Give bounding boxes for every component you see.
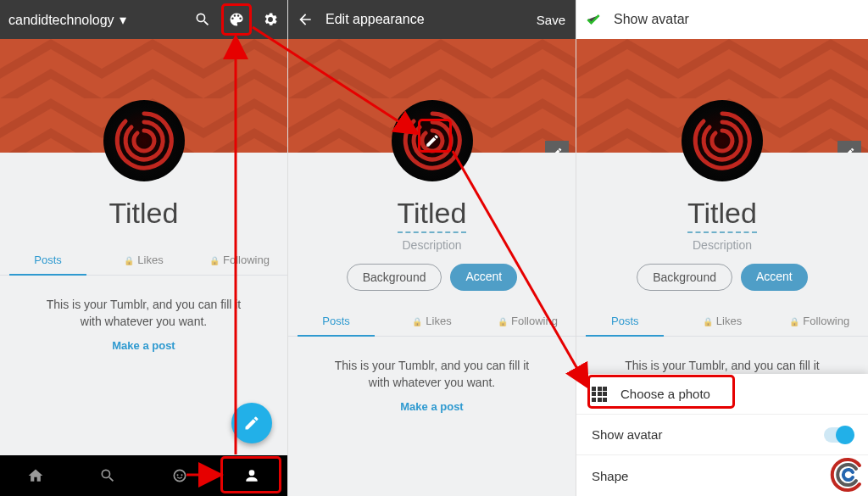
toggle-switch[interactable]	[824, 427, 853, 443]
blog-body: Titled Description Background Accent Pos…	[288, 153, 576, 496]
color-pills: Background Accent	[288, 264, 576, 291]
bottom-nav	[0, 455, 287, 496]
search-icon[interactable]	[186, 0, 220, 39]
nav-home-icon[interactable]	[0, 455, 72, 496]
background-pill[interactable]: Background	[347, 264, 442, 291]
confirm-icon[interactable]	[576, 0, 610, 39]
lock-icon: 🔒	[789, 317, 799, 326]
edit-header-icon[interactable]	[837, 141, 861, 153]
tab-likes[interactable]: 🔒Likes	[384, 306, 480, 336]
avatar[interactable]	[392, 100, 473, 181]
avatar[interactable]	[103, 100, 185, 181]
blog-title-editable[interactable]: Titled	[687, 197, 757, 233]
color-pills: Background Accent	[576, 264, 868, 291]
blog-body: Titled Posts 🔒Likes 🔒Following This is y…	[0, 153, 287, 496]
palette-icon[interactable]	[220, 0, 253, 39]
blog-description[interactable]: Description	[288, 238, 576, 252]
header-title: Show avatar	[610, 12, 693, 27]
choose-photo-item[interactable]: Choose a photo	[576, 374, 868, 415]
make-post-link[interactable]: Make a post	[0, 339, 287, 352]
nav-account-icon[interactable]	[215, 455, 287, 496]
avatar[interactable]	[682, 100, 763, 181]
save-button[interactable]: Save	[526, 13, 576, 27]
grid-icon	[592, 387, 607, 402]
topbar: Show avatar	[576, 0, 868, 39]
svg-point-2	[174, 470, 185, 481]
tab-following[interactable]: 🔒Following	[771, 306, 868, 336]
lock-icon: 🔒	[412, 317, 422, 326]
screen-blog: candidtechnology ▾ Titled Posts 🔒Likes 🔒…	[0, 0, 288, 496]
gear-icon[interactable]	[253, 0, 287, 39]
lock-icon: 🔒	[209, 256, 220, 265]
empty-state-text: This is your Tumblr, and you can fill it…	[331, 357, 534, 392]
compose-fab[interactable]	[231, 403, 272, 443]
topbar: candidtechnology ▾	[0, 0, 287, 39]
shape-item[interactable]: Shape	[576, 455, 868, 496]
edit-header-icon[interactable]	[545, 141, 569, 153]
lock-icon: 🔒	[124, 256, 134, 265]
watermark-logo	[827, 455, 866, 494]
tab-posts[interactable]: Posts	[576, 306, 674, 336]
tab-following[interactable]: 🔒Following	[192, 245, 287, 275]
tabs-row: Posts 🔒Likes 🔒Following	[576, 306, 868, 337]
back-icon[interactable]	[288, 0, 322, 39]
tab-likes[interactable]: 🔒Likes	[674, 306, 771, 336]
background-pill[interactable]: Background	[637, 264, 732, 291]
screen-show-avatar: Show avatar Titled Description Backgroun…	[576, 0, 868, 496]
header-title: Edit appearance	[322, 12, 428, 27]
blog-title: Titled	[0, 197, 287, 230]
tab-following[interactable]: 🔒Following	[480, 306, 576, 336]
chevron-down-icon: ▾	[120, 13, 126, 27]
show-avatar-toggle-item[interactable]: Show avatar	[576, 415, 868, 455]
avatar-options-sheet: Choose a photo Show avatar Shape	[576, 374, 868, 496]
screen-edit-appearance: Edit appearance Save Titled Description …	[288, 0, 576, 496]
blog-description[interactable]: Description	[576, 238, 868, 252]
svg-point-4	[181, 474, 182, 476]
topbar: Edit appearance Save	[288, 0, 576, 39]
tab-likes[interactable]: 🔒Likes	[96, 245, 192, 275]
blog-selector[interactable]: candidtechnology ▾	[0, 12, 130, 28]
accent-pill[interactable]: Accent	[450, 264, 517, 291]
blog-name: candidtechnology	[8, 13, 114, 27]
empty-state-text: This is your Tumblr, and you can fill it…	[42, 296, 246, 331]
svg-point-3	[176, 474, 178, 476]
tab-posts[interactable]: Posts	[288, 306, 384, 336]
lock-icon: 🔒	[703, 317, 713, 326]
lock-icon: 🔒	[498, 317, 508, 326]
tab-posts[interactable]: Posts	[0, 245, 96, 275]
tabs-row: Posts 🔒Likes 🔒Following	[0, 245, 287, 276]
make-post-link[interactable]: Make a post	[288, 400, 576, 413]
nav-search-icon[interactable]	[72, 455, 144, 496]
blog-title-editable[interactable]: Titled	[398, 197, 467, 233]
edit-avatar-icon[interactable]	[421, 130, 443, 152]
accent-pill[interactable]: Accent	[741, 264, 808, 291]
tabs-row: Posts 🔒Likes 🔒Following	[288, 306, 576, 337]
nav-messaging-icon[interactable]	[144, 455, 216, 496]
